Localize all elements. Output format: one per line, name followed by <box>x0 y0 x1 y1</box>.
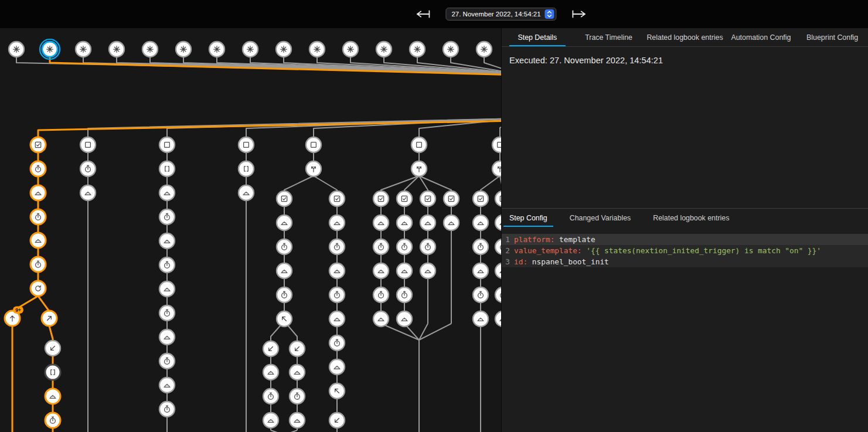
graph-node-arrow-sw[interactable] <box>329 413 345 428</box>
graph-node-arrow-nw[interactable] <box>277 311 292 326</box>
graph-node-timer[interactable] <box>373 239 389 254</box>
graph-node-brackets[interactable] <box>159 161 175 176</box>
graph-node-timer[interactable] <box>30 161 46 176</box>
graph-node-check[interactable] <box>495 191 501 206</box>
graph-node-dome[interactable] <box>397 311 412 326</box>
graph-node-dome[interactable] <box>159 185 175 200</box>
graph-node-dome[interactable] <box>80 185 96 200</box>
previous-run-button[interactable] <box>414 9 431 19</box>
graph-node-trigger[interactable] <box>243 42 258 57</box>
graph-node-dome[interactable] <box>290 413 305 428</box>
graph-node-dome[interactable] <box>159 281 175 297</box>
graph-node-timer[interactable] <box>30 257 46 272</box>
graph-node-dome[interactable] <box>420 263 435 278</box>
graph-node-square[interactable] <box>492 137 501 152</box>
graph-node-trigger[interactable] <box>40 39 60 59</box>
graph-node-dome[interactable] <box>495 311 501 326</box>
graph-node-split[interactable] <box>492 161 501 176</box>
graph-node-dome[interactable] <box>45 389 60 404</box>
graph-node-timer[interactable] <box>495 239 501 254</box>
graph-node-dome[interactable] <box>495 215 501 230</box>
graph-node-trigger[interactable] <box>9 42 24 57</box>
graph-node-dome[interactable] <box>473 215 488 230</box>
graph-node-square[interactable] <box>411 137 427 152</box>
graph-node-dome[interactable] <box>30 233 46 248</box>
graph-node-timer[interactable] <box>80 161 96 176</box>
graph-node-timer[interactable] <box>277 287 292 302</box>
graph-node-dome[interactable] <box>373 263 389 278</box>
graph-node-dome[interactable] <box>159 329 175 345</box>
tab-step-details[interactable]: Step Details <box>502 28 573 46</box>
graph-node-square[interactable] <box>159 137 175 152</box>
run-select[interactable]: 27. November 2022, 14:54:21 <box>445 8 556 21</box>
graph-node-check[interactable] <box>473 191 488 206</box>
graph-node-trigger[interactable] <box>76 42 91 57</box>
step-config-editor[interactable]: 1platform: template2value_template: '{{ … <box>502 234 868 267</box>
graph-node-check[interactable] <box>277 191 292 206</box>
graph-node-check[interactable] <box>329 191 345 206</box>
graph-node-timer[interactable] <box>473 239 488 254</box>
graph-node-arrow-sw[interactable] <box>263 341 278 356</box>
graph-node-timer[interactable] <box>329 239 345 254</box>
graph-node-dome[interactable] <box>420 215 435 230</box>
graph-node-dome[interactable] <box>30 185 46 200</box>
tab-blueprint-config[interactable]: Blueprint Config <box>796 28 868 46</box>
graph-node-trigger[interactable] <box>443 42 458 57</box>
graph-node-trigger[interactable] <box>376 42 392 57</box>
graph-node-timer[interactable] <box>397 239 412 254</box>
graph-node-timer[interactable] <box>495 287 501 302</box>
graph-node-check[interactable] <box>444 191 459 206</box>
graph-node-trigger[interactable] <box>309 42 325 57</box>
graph-node-dome[interactable] <box>263 413 278 428</box>
graph-node-timer[interactable] <box>277 239 292 254</box>
graph-node-square[interactable] <box>239 137 254 152</box>
graph-node-trigger[interactable] <box>109 42 124 57</box>
graph-node-timer[interactable] <box>159 353 175 369</box>
graph-node-timer[interactable] <box>159 209 175 224</box>
tab-related-logbook-entries[interactable]: Related logbook entries <box>644 28 725 46</box>
graph-node-timer[interactable] <box>373 287 389 302</box>
graph-node-trigger[interactable] <box>176 42 191 57</box>
graph-node-timer[interactable] <box>45 413 60 428</box>
graph-node-timer[interactable] <box>159 305 175 321</box>
graph-node-brackets[interactable] <box>45 365 60 380</box>
graph-node-dome[interactable] <box>277 215 292 230</box>
graph-node-trigger[interactable] <box>476 42 492 57</box>
graph-node-trigger[interactable] <box>209 42 224 57</box>
graph-node-dome[interactable] <box>444 215 459 230</box>
graph-node-timer[interactable] <box>473 287 488 302</box>
graph-node-arrow-sw[interactable] <box>290 341 305 356</box>
graph-node-dome[interactable] <box>263 365 278 380</box>
graph-node-dome[interactable] <box>239 185 254 200</box>
graph-node-timer[interactable] <box>290 389 305 404</box>
graph-node-check[interactable] <box>420 191 435 206</box>
graph-node-arrow-ne[interactable] <box>42 311 57 326</box>
graph-node-check[interactable] <box>373 191 389 206</box>
graph-node-timer[interactable] <box>420 239 435 254</box>
graph-node-square[interactable] <box>306 137 321 152</box>
tab-automation-config[interactable]: Automation Config <box>726 28 797 46</box>
graph-node-split[interactable] <box>411 161 427 176</box>
graph-node-timer[interactable] <box>329 335 345 351</box>
graph-node-arrow-nw[interactable] <box>329 383 345 399</box>
graph-node-trigger[interactable] <box>276 42 291 57</box>
graph-node-dome[interactable] <box>373 215 389 230</box>
graph-node-trigger[interactable] <box>410 42 425 57</box>
graph-node-timer[interactable] <box>263 389 278 404</box>
graph-node-dome[interactable] <box>495 263 501 278</box>
graph-node-timer[interactable] <box>397 287 412 302</box>
graph-node-arrow-sw[interactable] <box>45 341 60 356</box>
graph-node-dome[interactable] <box>329 263 345 278</box>
graph-node-timer[interactable] <box>159 402 175 417</box>
graph-node-dome[interactable] <box>329 215 345 230</box>
graph-node-check[interactable] <box>30 137 46 152</box>
graph-node-dome[interactable] <box>159 233 175 249</box>
graph-node-dome[interactable] <box>397 215 412 230</box>
graph-node-dome[interactable] <box>397 263 412 278</box>
graph-node-trigger[interactable] <box>343 42 358 57</box>
tab-step-config[interactable]: Step Config <box>502 209 554 227</box>
graph-node-timer[interactable] <box>329 287 345 302</box>
tab-trace-timeline[interactable]: Trace Timeline <box>573 28 645 46</box>
next-run-button[interactable] <box>571 9 588 19</box>
graph-node-dome[interactable] <box>473 311 488 326</box>
